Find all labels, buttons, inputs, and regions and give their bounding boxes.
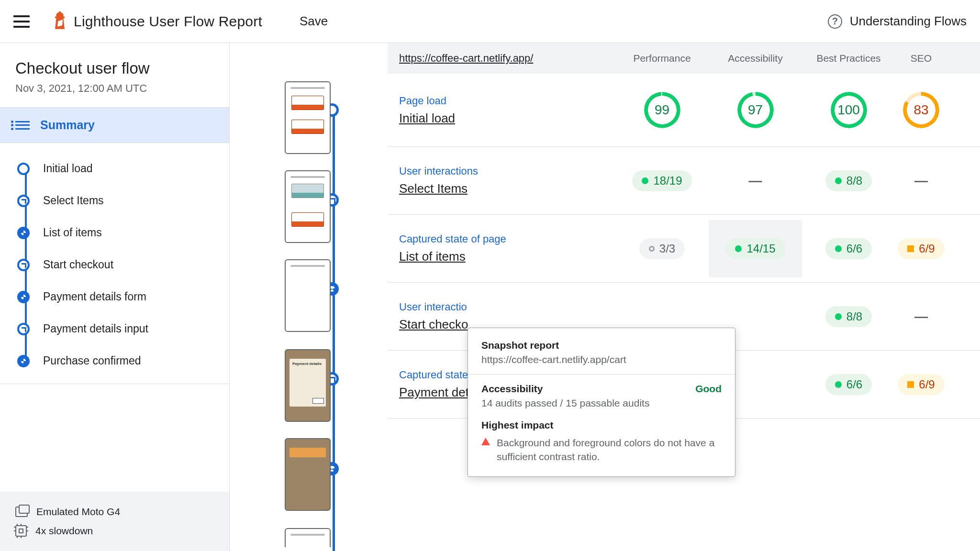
sidebar-step-payment-details-form[interactable]: Payment details form [0, 281, 229, 313]
report-url[interactable]: https://coffee-cart.netlify.app/ [399, 52, 615, 65]
score-dash: — [914, 173, 928, 188]
score-pill[interactable]: 6/9 [898, 374, 944, 395]
gauge-seo[interactable]: 83 [903, 92, 939, 128]
warning-icon [481, 438, 490, 445]
score-pill[interactable]: 6/9 [898, 238, 944, 259]
sidebar-step-list-of-items[interactable]: List of items [0, 217, 229, 249]
sidebar-item-summary[interactable]: Summary [0, 108, 229, 143]
row-kind: Page load [399, 95, 615, 107]
aperture-icon [17, 291, 30, 303]
score-row-select-items: User interactions Select Items 18/19 — 8… [388, 147, 980, 215]
aperture-icon [17, 355, 30, 367]
score-pill[interactable]: 18/19 [632, 170, 691, 191]
row-kind: User interactio [399, 301, 615, 313]
score-dash: — [914, 309, 928, 324]
emulation-info: Emulated Moto G4 4x slowdown [0, 492, 229, 551]
row-name-link[interactable]: Initial load [399, 111, 455, 125]
tooltip-category: Accessibility [481, 383, 543, 395]
flow-title: Checkout user flow [15, 59, 214, 77]
sidebar-step-initial-load[interactable]: Initial load [0, 153, 229, 185]
thumbnail-payment-details-form[interactable] [285, 438, 331, 511]
device-icon [15, 507, 28, 517]
row-name-link[interactable]: Payment det [399, 385, 469, 399]
navigation-icon [17, 163, 30, 175]
aperture-icon [17, 227, 30, 239]
app-header: Lighthouse User Flow Report Save ? Under… [0, 0, 980, 43]
clock-icon [17, 323, 30, 335]
sidebar: Checkout user flow Nov 3, 2021, 12:00 AM… [0, 43, 230, 551]
gauge-performance[interactable]: 99 [644, 92, 680, 128]
row-name-link[interactable]: Start checko [399, 317, 468, 331]
clock-icon [17, 259, 30, 271]
summary-icon [15, 121, 30, 130]
row-name-link[interactable]: List of items [399, 249, 466, 264]
content: Payment details https://coffee-cart.netl… [230, 43, 980, 551]
cpu-label: 4x slowdown [35, 525, 93, 537]
app-logo: Lighthouse User Flow Report [53, 11, 262, 32]
score-pill-highlighted[interactable]: 14/15 [725, 238, 785, 259]
help-label: Understanding Flows [850, 14, 967, 29]
sidebar-step-start-checkout[interactable]: Start checkout [0, 249, 229, 281]
score-pill[interactable]: 3/3 [639, 238, 685, 259]
col-seo: SEO [895, 53, 947, 64]
sidebar-step-payment-details-input[interactable]: Payment details input [0, 313, 229, 345]
tooltip-impact-label: Highest impact [481, 419, 722, 431]
score-pill[interactable]: 6/6 [825, 374, 872, 395]
col-best-practices: Best Practices [802, 53, 895, 64]
tooltip-title: Snapshot report [481, 340, 722, 351]
sidebar-step-select-items[interactable]: Select Items [0, 185, 229, 217]
save-button[interactable]: Save [300, 14, 328, 29]
score-dash: — [749, 173, 762, 188]
app-title: Lighthouse User Flow Report [74, 13, 262, 30]
gauge-accessibility[interactable]: 97 [737, 92, 774, 128]
clock-icon [17, 195, 30, 207]
cpu-icon [15, 525, 27, 537]
thumbnail-list-of-items[interactable] [285, 259, 331, 332]
thumbnail-start-checkout[interactable]: Payment details [285, 349, 331, 422]
tooltip-url: https://coffee-cart.netlify.app/cart [481, 354, 722, 365]
gauge-best-practices[interactable]: 100 [831, 92, 867, 128]
flow-title-box: Checkout user flow Nov 3, 2021, 12:00 AM… [0, 43, 229, 108]
tooltip-impact-text: Background and foreground colors do not … [497, 436, 722, 464]
menu-icon[interactable] [13, 15, 30, 28]
tooltip-sub: 14 audits passed / 15 passable audits [481, 397, 722, 409]
thumbnail-payment-details-input[interactable] [285, 528, 331, 547]
row-name-link[interactable]: Select Items [399, 181, 468, 196]
score-row-initial-load: Page load Initial load 99 97 100 83 [388, 74, 980, 147]
score-row-list-of-items: Captured state of page List of items 3/3… [388, 215, 980, 283]
score-pill[interactable]: 6/6 [825, 238, 872, 259]
score-tooltip: Snapshot report https://coffee-cart.netl… [468, 328, 735, 477]
flow-date: Nov 3, 2021, 12:00 AM UTC [15, 82, 214, 95]
help-link[interactable]: ? Understanding Flows [828, 14, 967, 29]
device-label: Emulated Moto G4 [36, 506, 120, 518]
help-icon: ? [828, 14, 842, 29]
score-pill[interactable]: 8/8 [825, 306, 872, 327]
row-kind: Captured state of page [399, 233, 615, 245]
score-header: https://coffee-cart.netlify.app/ Perform… [388, 43, 980, 74]
thumbnail-select-items[interactable] [285, 170, 331, 243]
sidebar-step-purchase-confirmed[interactable]: Purchase confirmed [0, 345, 229, 377]
tooltip-verdict: Good [695, 383, 722, 395]
summary-label: Summary [40, 118, 95, 132]
thumbnail-initial-load[interactable] [285, 81, 331, 154]
row-kind: User interactions [399, 165, 615, 177]
lighthouse-icon [53, 11, 67, 32]
score-pill[interactable]: 8/8 [825, 170, 872, 191]
col-performance: Performance [615, 53, 709, 64]
sidebar-steps: Initial load Select Items List of items … [0, 143, 229, 384]
col-accessibility: Accessibility [709, 53, 802, 64]
